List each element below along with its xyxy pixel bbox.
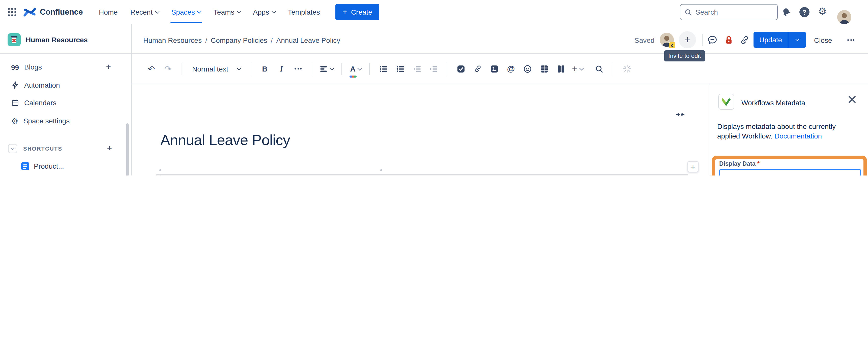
nav-item-home[interactable]: Home [99,8,118,16]
calendar-icon [11,99,19,107]
select-value: Approvers for Current Status [726,175,816,176]
ai-button[interactable] [621,62,632,76]
sidebar-divider [131,24,132,176]
undo-button[interactable]: ↶ [146,62,157,76]
nav-item-apps[interactable]: Apps [253,8,275,16]
numbered-list-icon [396,65,404,72]
breadcrumb-parent[interactable]: Company Policies [211,36,267,44]
task-button[interactable] [456,62,467,76]
collapse-arrows-icon [676,111,684,118]
redo-button[interactable]: ↷ [162,62,174,76]
update-dropdown-button[interactable] [788,32,806,48]
indent-button[interactable] [428,62,439,76]
at-icon: @ [507,64,515,73]
plus-icon: + [691,163,695,171]
mention-button[interactable]: @ [505,62,517,76]
sidebar-item-blogs[interactable]: 99 Blogs + [11,60,127,74]
align-left-icon [320,65,328,72]
invite-to-edit-button[interactable]: + [679,31,696,48]
insert-table-button[interactable] [539,62,550,76]
invite-tooltip: Invite to edit [664,50,705,62]
table-icon [540,65,548,73]
chevron-down-icon [357,66,362,70]
bold-button[interactable]: B [259,62,270,76]
alignment-dropdown[interactable] [320,62,333,76]
chevron-down-icon [237,66,241,70]
panel-close-button[interactable] [848,96,856,105]
sidebar-item-space-settings[interactable]: ⚙ Space settings [11,114,127,128]
search-box[interactable] [680,4,778,20]
more-formatting-button[interactable] [292,62,304,76]
shortcuts-section-header: SHORTCUTS + [8,141,127,155]
column-handle-dot[interactable] [159,169,161,171]
settings-button[interactable]: ⚙ [818,5,827,16]
restrictions-button[interactable] [724,35,734,47]
bullet-list-button[interactable] [378,62,389,76]
numbered-list-button[interactable] [395,62,405,76]
add-table-column-button[interactable]: + [687,161,699,172]
chevron-down-icon [272,9,276,13]
display-data-label: Display Data * [719,160,760,167]
notifications-button[interactable] [781,7,791,19]
help-button[interactable]: ? [799,7,809,17]
layouts-button[interactable] [555,62,566,76]
add-blog-button[interactable]: + [106,62,111,72]
chevron-down-icon [197,9,202,13]
text-color-dropdown[interactable]: A [350,62,361,76]
workflows-logo-icon [721,96,732,107]
italic-button[interactable]: I [276,62,287,76]
emoji-icon [524,65,532,73]
sidebar-scrollbar[interactable] [126,124,129,176]
copy-link-button[interactable] [739,35,750,47]
create-button[interactable]: + Create [335,4,379,20]
display-data-select[interactable]: Approvers for Current Status [719,169,861,176]
nav-item-teams[interactable]: Teams [214,8,240,16]
collapse-panel-button[interactable] [676,111,684,120]
plus-icon: + [342,7,347,17]
outdent-button[interactable] [411,62,422,76]
required-asterisk: * [757,160,760,167]
breadcrumb: Human Resources / Company Policies / Ann… [143,33,340,47]
collapse-shortcuts-button[interactable] [8,144,17,153]
nav-item-spaces[interactable]: Spaces [171,8,201,16]
page-title[interactable]: Annual Leave Policy [160,132,290,148]
insert-more-dropdown[interactable]: + [572,62,583,76]
nav-item-recent[interactable]: Recent [130,8,159,16]
update-button[interactable]: Update [753,32,788,48]
confluence-logo-icon [23,6,36,18]
add-shortcut-button[interactable]: + [107,143,112,153]
column-handle-dot[interactable] [380,169,382,171]
confluence-logo[interactable]: Confluence [23,6,83,18]
insert-link-button[interactable] [472,62,483,76]
emoji-button[interactable] [522,62,533,76]
task-checkbox-icon [457,65,465,73]
close-button[interactable]: Close [814,36,832,44]
breadcrumb-current[interactable]: Annual Leave Policy [276,36,340,44]
sidebar-item-calendars[interactable]: Calendars [11,96,127,110]
bell-icon [781,7,791,17]
lock-icon [724,35,734,45]
user-avatar[interactable] [837,10,851,24]
bullet-list-icon [379,65,387,72]
row-handle[interactable] [157,175,161,176]
insert-image-button[interactable] [489,62,500,76]
gear-icon: ⚙ [818,5,827,16]
text-style-dropdown[interactable]: Normal text [190,62,243,76]
documentation-link[interactable]: Documentation [774,132,822,140]
nav-menu: Home Recent Spaces Teams Apps Templates [99,0,320,24]
outdent-icon [413,65,421,72]
app-switcher-button[interactable] [6,6,18,18]
search-input[interactable] [695,8,766,16]
find-replace-button[interactable] [594,62,605,76]
table-header-row[interactable] [157,175,688,176]
sidebar-shortcut-product[interactable]: Product... [21,159,122,173]
space-header[interactable]: Human Resources [7,33,88,46]
confluence-editor-screen: Confluence Home Recent Spaces Teams Apps… [0,0,868,176]
sidebar-item-automation[interactable]: Automation [11,78,127,92]
breadcrumb-space[interactable]: Human Resources [143,36,202,44]
more-actions-button[interactable] [847,39,855,41]
nav-item-templates[interactable]: Templates [288,8,320,16]
presence-badge: c [669,42,676,49]
link-icon [473,65,482,73]
comments-button[interactable] [707,35,718,47]
